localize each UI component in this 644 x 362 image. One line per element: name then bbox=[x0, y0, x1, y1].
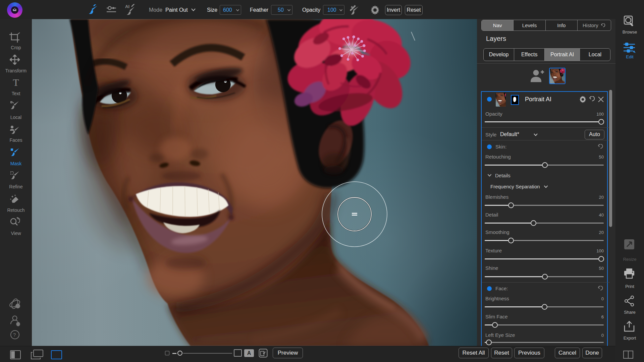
svg-text:?: ? bbox=[13, 332, 16, 338]
svg-text:AI: AI bbox=[125, 4, 129, 9]
